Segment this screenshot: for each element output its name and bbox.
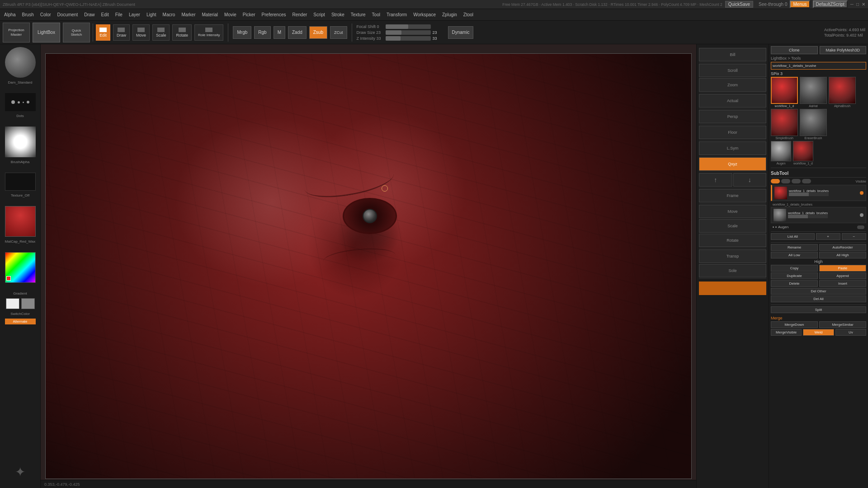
auto-reorder-button[interactable]: AutoReorder bbox=[819, 244, 866, 251]
rotate-button[interactable]: Rotate bbox=[172, 24, 192, 41]
alternate-button[interactable]: Alternate bbox=[5, 319, 36, 324]
macro-menu[interactable]: Macro bbox=[160, 12, 178, 17]
transform-menu[interactable]: Transform bbox=[384, 12, 409, 17]
zplugin-menu[interactable]: Zplugin bbox=[440, 12, 459, 17]
clone-button[interactable]: Clone bbox=[771, 46, 818, 54]
default2script-button[interactable]: DefaultZScript bbox=[813, 0, 848, 8]
merge-down-button[interactable]: MergeDown bbox=[771, 321, 818, 328]
augen-thumb[interactable] bbox=[771, 141, 791, 161]
subtool-item-0[interactable]: workflow_1_details_brushes bbox=[771, 185, 866, 201]
dots-preview[interactable] bbox=[5, 93, 36, 111]
floor-button[interactable]: Floor bbox=[699, 126, 766, 139]
nav-up-icon[interactable]: ↑ bbox=[699, 173, 732, 187]
subtool-slider-1[interactable] bbox=[788, 215, 828, 218]
simplebrush-thumb[interactable] bbox=[771, 109, 798, 136]
subtool-item-1[interactable]: workflow_1_details_brushes bbox=[771, 207, 866, 223]
texture-menu[interactable]: Texture bbox=[349, 12, 368, 17]
matcap-swatch[interactable] bbox=[5, 206, 36, 237]
subtool-toggle-on[interactable] bbox=[771, 179, 780, 183]
close-icon[interactable]: ✕ bbox=[862, 2, 865, 7]
workflow-brush-thumb[interactable] bbox=[771, 77, 798, 104]
alphabrush-thumb[interactable] bbox=[829, 77, 856, 104]
actual-button[interactable]: Actual bbox=[699, 94, 766, 108]
zcut-button[interactable]: ZCut bbox=[330, 26, 347, 39]
minus-button[interactable]: − bbox=[842, 233, 866, 240]
nav-down-icon[interactable]: ↓ bbox=[733, 173, 767, 187]
workflow-brush-display[interactable]: workflow_1_details_brushe bbox=[771, 62, 866, 70]
canvas-area[interactable]: 0.353,-0.479,-0.425 bbox=[41, 44, 696, 488]
transp-button[interactable]: Transp bbox=[699, 249, 766, 263]
render-menu[interactable]: Render bbox=[290, 12, 310, 17]
ztool-menu[interactable]: Ztool bbox=[461, 12, 476, 17]
minimize-icon[interactable]: ─ bbox=[850, 2, 854, 7]
light-menu[interactable]: Light bbox=[144, 12, 159, 17]
split-button[interactable]: Split bbox=[771, 306, 866, 313]
lsym-button[interactable]: L.Sym bbox=[699, 141, 766, 155]
duplicate-button[interactable]: Duplicate bbox=[771, 272, 818, 279]
insert-button[interactable]: Insert bbox=[819, 280, 866, 287]
qxyz-button[interactable]: Qxyz bbox=[699, 157, 766, 171]
copy-button[interactable]: Copy bbox=[771, 265, 818, 272]
merge-similar-button[interactable]: MergeSimilar bbox=[819, 321, 866, 328]
brush-menu[interactable]: Brush bbox=[20, 12, 36, 17]
subtool-toggle-off3[interactable] bbox=[802, 179, 811, 183]
subtool-slider-0[interactable] bbox=[789, 192, 829, 196]
menus-button[interactable]: Menus bbox=[790, 0, 810, 8]
scale-button[interactable]: Scale bbox=[152, 24, 170, 41]
draw-button[interactable]: Draw bbox=[113, 24, 130, 41]
texture-preview[interactable] bbox=[5, 173, 36, 191]
quick-sketch-button[interactable]: Quick Sketch bbox=[63, 23, 90, 42]
persp-button[interactable]: Persp bbox=[699, 110, 766, 123]
subtool-toggle-off[interactable] bbox=[781, 179, 790, 183]
merge-visible-button[interactable]: MergeVisible bbox=[771, 329, 802, 336]
edit-menu[interactable]: Edit bbox=[99, 12, 111, 17]
rgb-button[interactable]: Rgb bbox=[254, 26, 270, 39]
file-menu[interactable]: File bbox=[113, 12, 125, 17]
picker-menu[interactable]: Picker bbox=[241, 12, 258, 17]
preferences-menu[interactable]: Preferences bbox=[259, 12, 288, 17]
color-picker[interactable] bbox=[5, 252, 36, 283]
move-button[interactable]: Move bbox=[132, 24, 150, 41]
del-all-button[interactable]: Del All bbox=[771, 296, 866, 302]
swatch-white[interactable] bbox=[6, 298, 19, 309]
rename-button[interactable]: Rename bbox=[771, 244, 818, 251]
eraserbrush-thumb[interactable] bbox=[800, 109, 827, 136]
make-polymesh-button[interactable]: Make PolyMesh3D bbox=[820, 46, 867, 54]
subtool-toggle-augen[interactable] bbox=[857, 225, 864, 229]
bill-button[interactable]: Bill bbox=[699, 48, 766, 61]
projection-master-button[interactable]: Projection Master bbox=[3, 23, 30, 42]
plus-button[interactable]: + bbox=[816, 233, 840, 240]
z-intensity-slider[interactable] bbox=[386, 36, 431, 41]
sole-button[interactable]: Sole bbox=[699, 264, 766, 277]
subtool-visible-0[interactable] bbox=[860, 191, 863, 195]
maximize-icon[interactable]: □ bbox=[856, 2, 859, 7]
swatch-gray[interactable] bbox=[21, 298, 35, 309]
append-button[interactable]: Append bbox=[819, 272, 866, 279]
all-low-button[interactable]: All Low bbox=[771, 252, 818, 258]
color-menu[interactable]: Color bbox=[38, 12, 53, 17]
scroll-button[interactable]: Scroll bbox=[699, 64, 766, 77]
m-button[interactable]: M bbox=[274, 26, 285, 39]
brush-alpha-preview[interactable] bbox=[5, 127, 36, 157]
document-menu[interactable]: Document bbox=[55, 12, 80, 17]
focal-shift-slider[interactable] bbox=[386, 24, 431, 29]
layer-menu[interactable]: Layer bbox=[127, 12, 142, 17]
mrgb-button[interactable]: Mrgb bbox=[233, 26, 251, 39]
zoom-button[interactable]: Zoom bbox=[699, 78, 766, 92]
material-menu[interactable]: Material bbox=[200, 12, 221, 17]
del-other-button[interactable]: Del Other bbox=[771, 288, 866, 295]
role-intensity-button[interactable]: Role Intensity bbox=[194, 24, 223, 41]
script-menu[interactable]: Script bbox=[311, 12, 327, 17]
subtool-visible-1[interactable] bbox=[860, 213, 863, 217]
movie-menu[interactable]: Movie bbox=[222, 12, 239, 17]
workflow-detail2-thumb[interactable] bbox=[793, 141, 813, 161]
draw-menu[interactable]: Draw bbox=[82, 12, 97, 17]
list-all-button[interactable]: List All bbox=[771, 233, 815, 240]
delete-button[interactable]: Delete bbox=[771, 280, 818, 287]
scale-button-right[interactable]: Scale bbox=[699, 219, 766, 233]
rotate-button-right[interactable]: Rotate bbox=[699, 234, 766, 247]
brush-preview[interactable] bbox=[5, 47, 36, 78]
weld-button[interactable]: Weld bbox=[803, 329, 834, 336]
dynamic-button[interactable]: Dynamic bbox=[448, 26, 474, 39]
marker-menu[interactable]: Marker bbox=[179, 12, 198, 17]
